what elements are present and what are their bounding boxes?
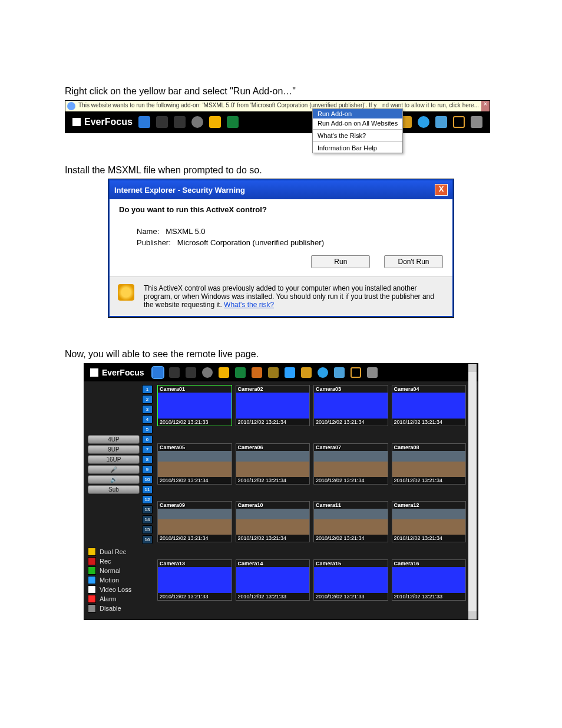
camera-tile[interactable]: Camera112010/12/02 13:21:34 <box>313 501 388 542</box>
dont-run-button[interactable]: Don't Run <box>384 255 443 268</box>
layout-9up-button[interactable]: 9UP <box>88 445 140 454</box>
camera-tile[interactable]: Camera052010/12/02 13:21:34 <box>157 443 232 485</box>
camera-timestamp: 2010/12/02 13:21:34 <box>392 419 466 426</box>
bell-icon[interactable] <box>219 367 229 378</box>
channel-chip-6[interactable]: 6 <box>142 435 153 444</box>
channel-chip-8[interactable]: 8 <box>142 455 153 464</box>
windows-icon[interactable] <box>435 116 447 128</box>
instruction-step-3: Now, you will able to see the remote liv… <box>65 349 497 360</box>
camera-tile[interactable]: Camera072010/12/02 13:21:34 <box>313 443 388 485</box>
info-icon[interactable] <box>318 367 328 378</box>
camera-icon[interactable] <box>174 116 186 128</box>
gear-icon[interactable] <box>301 367 312 378</box>
menu-run-addon-all[interactable]: Run Add-on on All Websites <box>313 118 402 128</box>
layout-4up-button[interactable]: 4UP <box>88 435 140 444</box>
logo-text: EverFocus <box>84 117 133 127</box>
channel-chip-9[interactable]: 9 <box>142 465 153 474</box>
camera-timestamp: 2010/12/02 13:21:34 <box>314 535 388 542</box>
storage-icon[interactable] <box>367 367 378 378</box>
run-button[interactable]: Run <box>311 255 370 268</box>
camera-title: Camera15 <box>314 560 388 567</box>
legend-label: Rec <box>100 558 111 565</box>
camera-icon[interactable] <box>186 367 196 378</box>
camera-tile[interactable]: Camera102010/12/02 13:21:34 <box>236 501 310 542</box>
channel-chip-4[interactable]: 4 <box>142 415 153 424</box>
network-icon[interactable] <box>252 367 262 378</box>
menu-whats-the-risk[interactable]: What's the Risk? <box>313 131 402 140</box>
camera-tile[interactable]: Camera032010/12/02 13:21:34 <box>313 385 388 426</box>
camera-feed <box>236 509 310 535</box>
search-icon[interactable] <box>453 116 465 128</box>
camera-tile[interactable]: Camera062010/12/02 13:21:34 <box>236 443 310 485</box>
whats-the-risk-link[interactable]: What's the risk? <box>224 301 274 309</box>
camera-tile[interactable]: Camera092010/12/02 13:21:34 <box>157 501 232 542</box>
schedule-icon[interactable] <box>227 116 239 128</box>
screenshot-infobar: This website wants to run the following … <box>65 100 497 133</box>
remote-live-page: EverFocus <box>84 363 478 620</box>
storage-icon[interactable] <box>471 116 482 128</box>
channel-chip-13[interactable]: 13 <box>142 505 153 514</box>
schedule-icon[interactable] <box>235 367 246 378</box>
windows-icon[interactable] <box>334 367 345 378</box>
camera-tile[interactable]: Camera162010/12/02 13:21:33 <box>392 559 467 601</box>
camera-tile[interactable]: Camera132010/12/02 13:21:33 <box>157 559 232 601</box>
camera-title: Camera12 <box>392 502 466 509</box>
menu-run-addon[interactable]: Run Add-on <box>313 109 402 118</box>
monitor-icon[interactable] <box>138 116 150 128</box>
channel-chip-11[interactable]: 11 <box>142 485 153 494</box>
legend-label: Normal <box>100 567 120 574</box>
legend-swatch-icon <box>88 595 96 603</box>
search-icon[interactable] <box>351 367 361 378</box>
camera-timestamp: 2010/12/02 13:21:33 <box>158 419 232 426</box>
channel-chip-5[interactable]: 5 <box>142 425 153 434</box>
dialog-close-button[interactable]: X <box>435 184 448 196</box>
channel-chip-12[interactable]: 12 <box>142 495 153 504</box>
channel-chip-10[interactable]: 10 <box>142 475 153 484</box>
camera-feed <box>392 451 466 477</box>
everfocus-logo: EverFocus <box>90 368 144 377</box>
scrollbar[interactable] <box>468 364 477 620</box>
camera-title: Camera03 <box>314 386 388 393</box>
camera-tile[interactable]: Camera012010/12/02 13:21:33 <box>157 385 232 426</box>
channel-chip-14[interactable]: 14 <box>142 515 153 524</box>
info-icon[interactable] <box>418 116 429 128</box>
wand-icon[interactable] <box>169 367 180 378</box>
camera-timestamp: 2010/12/02 13:21:34 <box>392 477 466 484</box>
dialog-question: Do you want to run this ActiveX control? <box>119 205 443 214</box>
camera-timestamp: 2010/12/02 13:21:33 <box>314 593 388 600</box>
camera-tile[interactable]: Camera022010/12/02 13:21:34 <box>236 385 310 426</box>
mic-button[interactable]: 🎤 <box>88 465 140 474</box>
globe-icon[interactable] <box>268 367 279 378</box>
legend-swatch-icon <box>88 548 96 556</box>
film-icon[interactable] <box>202 367 213 378</box>
menu-information-bar-help[interactable]: Information Bar Help <box>313 143 402 153</box>
channel-chip-2[interactable]: 2 <box>142 395 153 404</box>
camera-tile[interactable]: Camera082010/12/02 13:21:34 <box>392 443 467 485</box>
channel-chip-7[interactable]: 7 <box>142 445 153 454</box>
scroll-down-icon[interactable] <box>468 611 477 620</box>
display-icon[interactable] <box>285 367 295 378</box>
camera-tile[interactable]: Camera042010/12/02 13:21:34 <box>392 385 467 426</box>
monitor-icon[interactable] <box>153 367 163 378</box>
channel-chip-15[interactable]: 15 <box>142 525 153 534</box>
sub-button[interactable]: Sub <box>88 485 140 494</box>
camera-feed <box>236 393 310 419</box>
scroll-up-icon[interactable] <box>468 364 477 372</box>
channel-chip-3[interactable]: 3 <box>142 405 153 414</box>
channel-chip-1[interactable]: 1 <box>142 385 153 394</box>
bell-icon[interactable] <box>209 116 221 128</box>
legend-row: Alarm <box>88 595 153 603</box>
ie-information-bar[interactable]: This website wants to run the following … <box>65 101 490 111</box>
camera-tile[interactable]: Camera152010/12/02 13:21:33 <box>313 559 388 601</box>
camera-tile[interactable]: Camera142010/12/02 13:21:33 <box>236 559 310 601</box>
camera-title: Camera11 <box>314 502 388 509</box>
camera-tile[interactable]: Camera122010/12/02 13:21:34 <box>392 501 467 542</box>
wand-icon[interactable] <box>156 116 168 128</box>
camera-feed <box>314 509 388 535</box>
film-icon[interactable] <box>191 116 203 128</box>
infobar-close-button[interactable]: × <box>481 101 490 111</box>
layout-16up-button[interactable]: 16UP <box>88 455 140 464</box>
speaker-button[interactable]: 🔊 <box>88 475 140 484</box>
channel-chip-16[interactable]: 16 <box>142 535 153 544</box>
shield-icon <box>67 102 75 110</box>
